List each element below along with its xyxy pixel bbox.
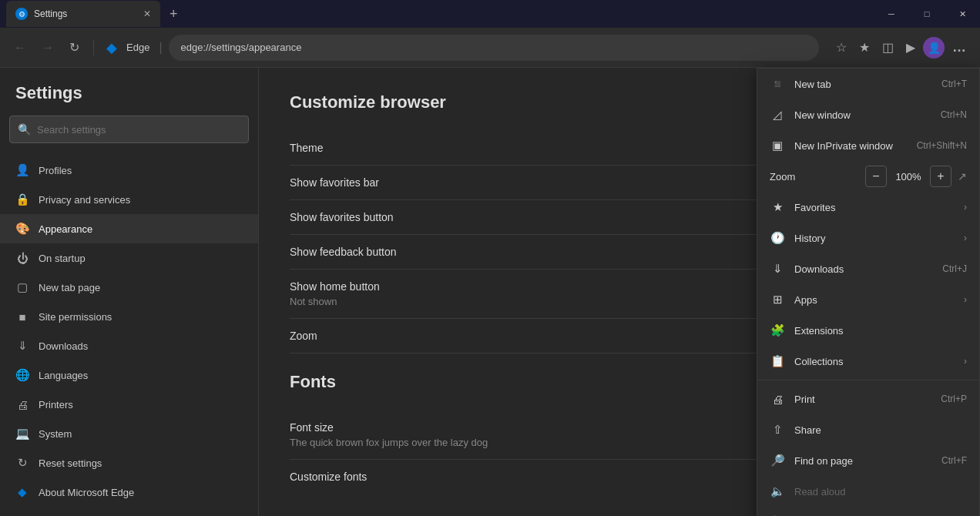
menu-item-apps[interactable]: ⊞ Apps › [757, 284, 979, 315]
languages-icon: 🌐 [15, 368, 29, 382]
sidebar-item-downloads[interactable]: ⇓ Downloads [0, 331, 258, 360]
minimize-button[interactable]: ─ [874, 0, 909, 28]
menu-label-share: Share [794, 424, 967, 436]
zoom-row: Zoom − 100% + ↗ [757, 161, 979, 192]
zoom-increase-button[interactable]: + [930, 166, 951, 187]
sidebar-item-about[interactable]: ◆ About Microsoft Edge [0, 477, 258, 507]
more-button[interactable]: … [948, 35, 971, 60]
sidebar-label-profiles: Profiles [39, 165, 72, 176]
menu-label-collections: Collections [794, 356, 955, 367]
screenshot-icon[interactable]: ▶ [901, 35, 920, 59]
menu-item-new-inprivate[interactable]: ▣ New InPrivate window Ctrl+Shift+N [757, 130, 979, 161]
menu-divider-1 [757, 380, 979, 380]
edge-label: Edge [126, 42, 149, 53]
menu-label-new-inprivate: New InPrivate window [794, 140, 908, 152]
menu-label-new-window: New window [794, 109, 931, 121]
downloads-menu-icon: ⇓ [770, 261, 785, 276]
apps-menu-icon: ⊞ [770, 292, 785, 307]
menu-label-apps: Apps [794, 294, 955, 306]
newtab-icon: ▢ [15, 280, 29, 294]
onstartup-icon: ⏻ [15, 251, 29, 265]
menu-item-extensions[interactable]: 🧩 Extensions [757, 315, 979, 346]
dropdown-menu: ◾ New tab Ctrl+T ◿ New window Ctrl+N ▣ N… [757, 68, 980, 516]
read-aloud-menu-icon: 🔈 [770, 484, 785, 499]
sidebar-label-about: About Microsoft Edge [39, 487, 134, 498]
refresh-button[interactable]: ↻ [65, 35, 84, 59]
sidebar-label-siteperm: Site permissions [39, 311, 112, 323]
menu-shortcut-new-tab: Ctrl+T [941, 79, 967, 89]
address-bar: ← → ↻ ◆ Edge | edge://settings/appearanc… [0, 28, 980, 68]
history-arrow-icon: › [964, 233, 967, 243]
system-icon: 💻 [15, 427, 29, 441]
menu-label-extensions: Extensions [794, 325, 967, 337]
history-menu-icon: 🕐 [770, 230, 785, 246]
tab-title: Settings [34, 8, 137, 19]
maximize-button[interactable]: □ [909, 0, 945, 28]
favorites-menu-icon: ★ [770, 199, 785, 215]
profile-avatar[interactable]: 👤 [923, 37, 945, 59]
sidebar-label-newtab: New tab page [39, 282, 100, 293]
menu-shortcut-downloads: Ctrl+J [942, 263, 967, 274]
menu-item-new-window[interactable]: ◿ New window Ctrl+N [757, 99, 979, 130]
sidebar-item-appearance[interactable]: 🎨 Appearance [0, 214, 258, 243]
active-tab[interactable]: ⚙ Settings ✕ [6, 1, 160, 27]
sidebar-item-languages[interactable]: 🌐 Languages [0, 360, 258, 390]
menu-item-share[interactable]: ⇧ Share [757, 414, 979, 445]
collections-icon[interactable]: ◫ [878, 35, 898, 59]
menu-label-find: Find on page [794, 455, 932, 467]
about-icon: ◆ [15, 485, 29, 499]
sidebar-item-onstartup[interactable]: ⏻ On startup [0, 243, 258, 273]
search-input[interactable] [37, 124, 240, 136]
menu-item-collections[interactable]: 📋 Collections › [757, 346, 979, 377]
forward-button[interactable]: → [37, 36, 59, 59]
zoom-decrease-button[interactable]: − [865, 166, 887, 187]
new-tab-button[interactable]: + [163, 3, 184, 25]
search-box[interactable]: 🔍 [9, 116, 249, 143]
sidebar-item-printers[interactable]: 🖨 Printers [0, 390, 258, 419]
sidebar-label-downloads: Downloads [39, 340, 88, 352]
menu-shortcut-new-window: Ctrl+N [941, 109, 967, 120]
favorites-icon[interactable]: ★ [854, 35, 874, 59]
tab-close-button[interactable]: ✕ [143, 8, 151, 19]
sidebar-item-profiles[interactable]: 👤 Profiles [0, 156, 258, 185]
search-icon: 🔍 [18, 123, 31, 136]
extensions-menu-icon: 🧩 [770, 323, 785, 338]
menu-label-read-aloud: Read aloud [794, 486, 967, 498]
menu-item-print[interactable]: 🖨 Print Ctrl+P [757, 384, 979, 414]
zoom-expand-icon[interactable]: ↗ [958, 170, 967, 183]
profiles-icon: 👤 [15, 163, 29, 177]
star-icon[interactable]: ☆ [831, 35, 851, 59]
menu-item-more-tools[interactable]: 🔧 More tools › [757, 507, 979, 516]
menu-item-find[interactable]: 🔎 Find on page Ctrl+F [757, 445, 979, 476]
sidebar-item-system[interactable]: 💻 System [0, 419, 258, 448]
close-button[interactable]: ✕ [945, 0, 980, 28]
sidebar-label-languages: Languages [39, 370, 88, 381]
sidebar-item-reset[interactable]: ↻ Reset settings [0, 448, 258, 477]
address-separator: | [159, 41, 162, 55]
siteperm-icon: ■ [15, 310, 29, 323]
back-button[interactable]: ← [9, 36, 31, 59]
sidebar-item-siteperm[interactable]: ■ Site permissions [0, 302, 258, 331]
menu-label-favorites: Favorites [794, 202, 955, 213]
url-bar[interactable]: edge://settings/appearance [169, 35, 819, 61]
new-tab-icon: ◾ [770, 76, 785, 92]
sidebar-label-onstartup: On startup [39, 253, 86, 264]
new-window-icon: ◿ [770, 107, 785, 122]
downloads-icon: ⇓ [15, 339, 29, 353]
privacy-icon: 🔒 [15, 193, 29, 206]
menu-item-read-aloud[interactable]: 🔈 Read aloud [757, 476, 979, 507]
menu-item-history[interactable]: 🕐 History › [757, 223, 979, 253]
appearance-icon: 🎨 [15, 222, 29, 236]
menu-item-downloads[interactable]: ⇓ Downloads Ctrl+J [757, 253, 979, 284]
sidebar-label-system: System [39, 428, 72, 440]
sidebar-item-newtab[interactable]: ▢ New tab page [0, 273, 258, 302]
menu-label-history: History [794, 233, 955, 244]
menu-shortcut-print: Ctrl+P [941, 394, 967, 404]
url-text: edge://settings/appearance [181, 42, 302, 53]
menu-item-new-tab[interactable]: ◾ New tab Ctrl+T [757, 69, 979, 99]
sidebar-label-privacy: Privacy and services [39, 194, 130, 206]
menu-item-favorites[interactable]: ★ Favorites › [757, 192, 979, 223]
toolbar-icons: ☆ ★ ◫ ▶ 👤 … [831, 35, 971, 60]
sidebar-item-privacy[interactable]: 🔒 Privacy and services [0, 185, 258, 214]
reset-icon: ↻ [15, 456, 29, 470]
